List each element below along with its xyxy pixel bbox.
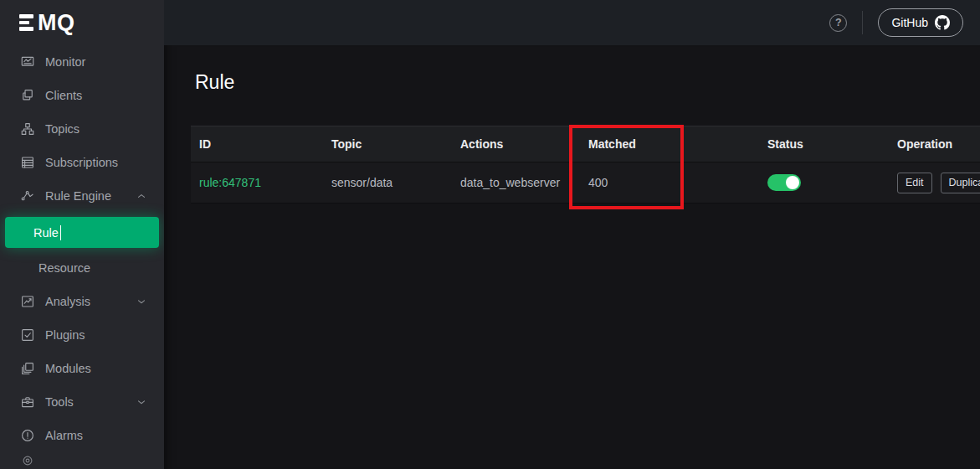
sidebar-item-label: Analysis xyxy=(45,295,90,308)
sidebar-item-rule-engine[interactable]: Rule Engine xyxy=(0,179,164,213)
status-toggle[interactable] xyxy=(767,174,801,191)
rule-id-cell: rule:647871 xyxy=(191,176,323,189)
gear-icon xyxy=(20,453,35,468)
sidebar-item-topics[interactable]: Topics xyxy=(0,112,164,146)
sidebar-item-subscriptions[interactable]: Subscriptions xyxy=(0,146,164,179)
sidebar-item-tools[interactable]: Tools xyxy=(0,385,164,419)
sidebar-item-alarms[interactable]: Alarms xyxy=(0,419,164,452)
sidebar-item-monitor[interactable]: Monitor xyxy=(0,45,164,79)
table-row: rule:647871 sensor/data data_to_webserve… xyxy=(191,162,980,204)
sidebar-item-plugins[interactable]: Plugins xyxy=(0,318,164,352)
sidebar-item-label: Monitor xyxy=(45,55,85,69)
rule-topic-cell: sensor/data xyxy=(323,176,452,189)
rules-table: ID Topic Actions Matched Status Operatio… xyxy=(191,126,980,204)
sidebar-item-label: Subscriptions xyxy=(45,156,118,169)
chevron-down-icon xyxy=(136,296,147,307)
tools-icon xyxy=(20,394,35,410)
topbar-divider xyxy=(862,11,863,34)
chevron-down-icon xyxy=(136,396,147,408)
chevron-up-icon xyxy=(136,190,147,202)
rule-id-link[interactable]: rule:647871 xyxy=(199,176,261,189)
monitor-icon xyxy=(20,54,35,70)
emq-logo[interactable]: MQ xyxy=(0,0,164,45)
sidebar-item-partial[interactable] xyxy=(0,452,164,469)
content: Rule ID Topic Actions Matched Status Ope… xyxy=(164,45,980,469)
toggle-knob xyxy=(786,176,799,189)
help-icon[interactable]: ? xyxy=(829,14,847,32)
rule-actions-cell: data_to_webserver xyxy=(452,176,580,189)
column-header-matched: Matched xyxy=(580,137,759,151)
column-header-actions: Actions xyxy=(452,137,580,151)
sidebar-subitem-resource[interactable]: Resource xyxy=(0,251,164,285)
column-header-status: Status xyxy=(759,137,889,151)
sidebar-item-label: Rule Engine xyxy=(45,189,111,203)
sidebar-item-analysis[interactable]: Analysis xyxy=(0,285,164,318)
sidebar-item-label: Clients xyxy=(45,89,82,102)
table-header-row: ID Topic Actions Matched Status Operatio… xyxy=(191,126,980,162)
rule-operation-cell: Edit Duplicate xyxy=(889,173,980,193)
modules-icon xyxy=(20,361,35,376)
sidebar-item-label: Alarms xyxy=(45,429,83,442)
github-button[interactable]: GitHub xyxy=(878,8,963,37)
rule-status-cell xyxy=(759,174,889,191)
subscriptions-icon xyxy=(20,155,35,170)
clients-icon xyxy=(20,88,35,103)
topbar: ? GitHub xyxy=(164,0,980,45)
duplicate-button[interactable]: Duplicate xyxy=(941,173,980,193)
rule-matched-cell: 400 xyxy=(580,176,759,189)
github-button-label: GitHub xyxy=(891,16,928,29)
column-header-id: ID xyxy=(191,137,323,151)
emq-logo-text: MQ xyxy=(38,12,75,34)
topics-icon xyxy=(20,121,35,137)
sidebar-item-clients[interactable]: Clients xyxy=(0,79,164,112)
sidebar-subitem-rule[interactable]: Rule xyxy=(5,217,159,248)
sidebar-item-label: Topics xyxy=(45,122,80,136)
sidebar-item-label: Tools xyxy=(45,395,74,409)
sidebar: MQ Monitor Clients Topics xyxy=(0,0,164,469)
edit-button[interactable]: Edit xyxy=(897,173,932,193)
sidebar-nav: Monitor Clients Topics Subscriptions xyxy=(0,45,164,469)
analysis-icon xyxy=(20,294,35,309)
emq-logo-icon xyxy=(19,14,33,31)
page-title: Rule xyxy=(195,71,980,94)
alarm-icon xyxy=(20,428,35,443)
sidebar-subitem-label: Resource xyxy=(38,261,90,275)
operation-buttons: Edit Duplicate xyxy=(897,173,980,193)
sidebar-item-label: Plugins xyxy=(45,328,85,342)
sidebar-subitem-label: Rule xyxy=(33,226,59,240)
rule-engine-icon xyxy=(20,188,35,204)
app-window: MQ Monitor Clients Topics xyxy=(0,0,980,469)
column-header-topic: Topic xyxy=(323,137,452,151)
sidebar-item-label: Modules xyxy=(45,362,91,375)
plugins-icon xyxy=(20,327,35,343)
sidebar-subitem-rule-wrap: Rule xyxy=(0,213,164,251)
sidebar-item-modules[interactable]: Modules xyxy=(0,352,164,385)
text-cursor xyxy=(60,225,62,240)
main-area: ? GitHub Rule ID Topic Actions Matched S… xyxy=(164,0,980,469)
column-header-operation: Operation xyxy=(889,137,980,151)
github-icon xyxy=(935,15,950,30)
